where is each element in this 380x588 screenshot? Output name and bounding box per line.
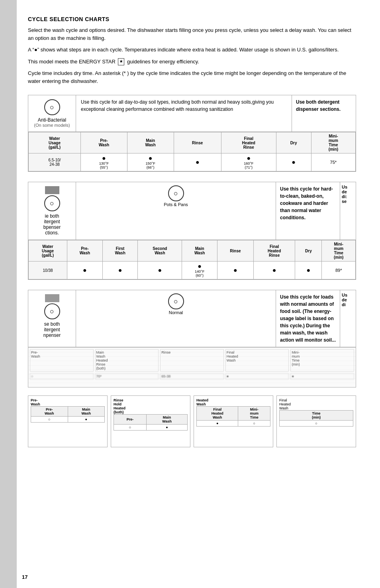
bottom-chart-4-label: FinalHeatedWash [279, 398, 353, 410]
pots-pans-use-both-short: Usdedi:se [340, 182, 356, 240]
bottom-table-3: FinalHeatedWashMini-mumTime ●○ [196, 406, 270, 427]
anti-bacterial-chart: ○ Anti-Bacterial (On some models) Use th… [28, 95, 356, 172]
bth3-col-1: FinalHeatedWash [197, 407, 238, 421]
cell-firstwash-2: ● [102, 262, 138, 279]
btd4-1: ○ [280, 421, 353, 427]
bth2-col-2: MainWash [147, 415, 188, 425]
chart-icon-col-1: ○ Anti-Bacterial (On some models) [28, 95, 76, 132]
col-prewash-1: Pre-Wash [81, 132, 127, 153]
bottom-charts-row: Pre-Wash Pre-WashMainWash ○● RinseHoldHe… [28, 395, 356, 447]
cell-secondwash-2: ● [138, 262, 182, 279]
anti-bacterial-use-both: Use both detergent dispenser sections. [296, 99, 341, 112]
btd2-2: ● [147, 425, 188, 431]
normal-chart-partial-rows: Pre-Wash MainWashHeatedRinse(both) Rinse… [28, 347, 356, 387]
normal-cycle-label: se bothitergentnpenser [43, 321, 61, 338]
bottom-table-4: Time(min) ○ [279, 410, 353, 427]
pots-pans-image [45, 186, 59, 194]
normal-partial-row-1: Pre-Wash MainWashHeatedRinse(both) Rinse… [30, 349, 354, 372]
bottom-chart-1: Pre-Wash Pre-WashMainWash ○● [28, 395, 108, 447]
normal-cycle-icon-center: ○ Normal [81, 293, 271, 316]
bottom-table-1: Pre-WashMainWash ○● [31, 406, 105, 423]
normal-use-both-short: Usdedi [340, 290, 356, 347]
table-row: 6.5-10/24-38 ●130°F(55°) ●150°F(66°) ● ●… [29, 153, 356, 171]
cell-prewash: ●130°F(55°) [81, 153, 127, 171]
cell-finalrinse: ●160°F(71°) [221, 153, 276, 171]
col-time-1: Mini-mumTime(min) [311, 132, 355, 153]
cell-dry: ● [276, 153, 311, 171]
col-secondwash-2: SecondWash [138, 240, 182, 262]
cell-finalrinse-2: ● [253, 262, 295, 279]
pots-pans-desc: Use this cycle for hard-to-clean, baked-… [280, 186, 333, 220]
bth4-col-1: Time(min) [280, 411, 353, 421]
anti-bacterial-icon: ○ [44, 99, 60, 115]
col-finalrinse-2: FinalHeatedRinse [253, 240, 295, 262]
btd2-1: ○ [114, 425, 147, 431]
bth2-col-1: Pre- [114, 415, 147, 425]
normal-icon: ○ [44, 303, 60, 319]
col-mainwash-1: MainWash [127, 132, 174, 153]
chart-desc-col-1: Use this cycle for all day-to-day soil t… [76, 95, 292, 132]
anti-bacterial-desc: Use this cycle for all day-to-day soil t… [81, 99, 274, 112]
cell-dry-2: ● [295, 262, 322, 279]
chart-icon-col-3: ○ se bothitergentnpenser [28, 290, 76, 347]
col-time-2: Mini-mumTime(min) [322, 240, 356, 262]
normal-partial-row-2: ○ 70* 65-38 ● ● [30, 373, 354, 380]
pots-pans-table: WaterUsage(gal/L) Pre-Wash FirstWash Sec… [28, 240, 356, 279]
table-row: ○ [280, 421, 353, 427]
cell-mainwash: ●150°F(66°) [127, 153, 174, 171]
col-rinse-2: Rinse [217, 240, 254, 262]
anti-bacterial-table: WaterUsage(gal/L) Pre-Wash MainWash Rins… [28, 132, 356, 171]
bth3-col-2: Mini-mumTime [238, 407, 270, 421]
intro-para-1: Select the wash cycle and options desire… [28, 26, 356, 42]
table-row: ○● [114, 425, 188, 431]
bottom-chart-2-label: RinseHoldHeated(both) [114, 398, 188, 414]
table-row: ○● [31, 417, 105, 423]
page-number: 17 [22, 574, 27, 580]
table-row: 10/38 ● ● ● ●140°F(60°) ● ● ● 89* [29, 262, 356, 279]
chart-use-col-2: Use this cycle for hard-to-clean, baked-… [276, 182, 340, 240]
chart-desc-col-3: ○ Normal [76, 290, 276, 347]
pots-pans-cycle-name: Pots & Pans [81, 201, 271, 208]
col-rinse-1: Rinse [174, 132, 221, 153]
bth-col-2: MainWash [68, 407, 105, 417]
pots-pans-cycle-icon: ○ [168, 185, 184, 201]
pots-pans-chart: ○ ie bothitergentbpenserctions. ○ Pots &… [28, 182, 356, 280]
btd-1: ○ [31, 417, 68, 423]
bottom-table-2: Pre-MainWash ○● [114, 414, 188, 431]
page: CYCLE SELECTION CHARTS Select the wash c… [0, 0, 380, 588]
cell-water-2: 10/38 [29, 262, 67, 279]
left-strip [0, 0, 17, 588]
col-finalrinse-1: FinalHeatedRinse [221, 132, 276, 153]
col-water-1: WaterUsage(gal/L) [29, 132, 81, 153]
cell-rinse-2: ● [217, 262, 254, 279]
col-water-2: WaterUsage(gal/L) [29, 240, 67, 262]
bottom-chart-2: RinseHoldHeated(both) Pre-MainWash ○● [111, 395, 190, 447]
pots-pans-cycle-icon-center: ○ Pots & Pans [81, 185, 271, 208]
chart-desc-col-2: ○ Pots & Pans [76, 182, 276, 240]
col-prewash-2: Pre-Wash [67, 240, 103, 262]
cell-prewash-2: ● [67, 262, 103, 279]
pots-pans-icon: ○ [44, 195, 60, 211]
intro-para-4: Cycle time includes dry time. An asteris… [28, 69, 356, 85]
normal-chart: ○ se bothitergentnpenser ○ Normal Use th… [28, 290, 356, 387]
bth-col-1: Pre-Wash [31, 407, 68, 417]
normal-image [45, 294, 59, 302]
btd3-1: ● [197, 421, 238, 427]
cell-time: 75* [311, 153, 355, 171]
cell-mainwash-2: ●140°F(60°) [182, 262, 217, 279]
normal-cycle-icon: ○ [168, 293, 184, 309]
col-dry-1: Dry [276, 132, 311, 153]
cell-rinse: ● [174, 153, 221, 171]
bottom-chart-1-label: Pre-Wash [31, 398, 105, 406]
anti-bacterial-name: Anti-Bacterial [38, 117, 66, 123]
normal-desc: Use this cycle for loads with normal amo… [280, 294, 336, 343]
normal-cycle-name: Normal [81, 309, 271, 316]
chart-use-col-1: Use both detergent dispenser sections. [292, 95, 356, 132]
col-mainwash-2: MainWash [182, 240, 217, 262]
col-dry-2: Dry [295, 240, 322, 262]
intro-para-3: This model meets the ENERGY STAR ★ guide… [28, 58, 356, 66]
cell-time-2: 89* [322, 262, 356, 279]
btd-2: ● [68, 417, 105, 423]
chart-icon-col-2: ○ ie bothitergentbpenserctions. [28, 182, 76, 240]
bottom-chart-4: FinalHeatedWash Time(min) ○ [276, 395, 356, 447]
